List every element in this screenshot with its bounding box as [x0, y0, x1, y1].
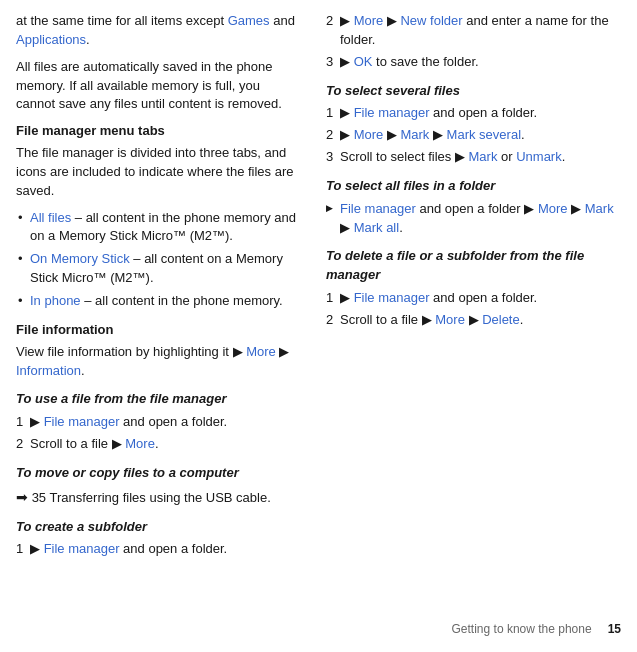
unmark-link: Unmark — [516, 149, 562, 164]
all-files-link: All files — [30, 210, 71, 225]
step-number: 2 — [326, 311, 336, 330]
step-number: 1 — [16, 413, 26, 432]
filemgr-tabs-heading: File manager menu tabs — [16, 122, 302, 141]
select-several-section: To select several files 1 ▶ File manager… — [326, 82, 621, 167]
delete-heading: To delete a file or a subfolder from the… — [326, 247, 621, 285]
use-step-2: 2 Scroll to a file ▶ More. — [16, 435, 302, 454]
mark-link-sel2: Mark — [400, 127, 429, 142]
mark-link-sall: Mark — [585, 201, 614, 216]
more-link-del2: More — [435, 312, 465, 327]
file-information-heading: File information — [16, 321, 302, 340]
new-folder-link: New folder — [400, 13, 462, 28]
select-several-step-1: 1 ▶ File manager and open a folder. — [326, 104, 621, 123]
mark-all-link: Mark all — [354, 220, 400, 235]
left-column: at the same time for all items except Ga… — [0, 12, 318, 640]
applications-link: Applications — [16, 32, 86, 47]
step-number: 2 — [326, 126, 336, 145]
select-several-step-3: 3 Scroll to select files ▶ Mark or Unmar… — [326, 148, 621, 167]
select-all-step: File manager and open a folder ▶ More ▶ … — [326, 200, 621, 238]
use-step-1: 1 ▶ File manager and open a folder. — [16, 413, 302, 432]
delete-step-1: 1 ▶ File manager and open a folder. — [326, 289, 621, 308]
create-subfolder-section: To create a subfolder 1 ▶ File manager a… — [16, 518, 302, 560]
filemgr-tabs-list: All files – all content in the phone mem… — [16, 209, 302, 311]
mark-several-link: Mark several — [447, 127, 521, 142]
ok-link: OK — [354, 54, 373, 69]
para-memory: All files are automatically saved in the… — [16, 58, 302, 115]
more-link-use: More — [125, 436, 155, 451]
more-link-create2: More — [354, 13, 384, 28]
select-all-heading: To select all files in a folder — [326, 177, 621, 196]
use-file-section: To use a file from the file manager 1 ▶ … — [16, 390, 302, 454]
in-phone-link: In phone — [30, 293, 81, 308]
games-link: Games — [228, 13, 270, 28]
on-memory-stick-link: On Memory Stick — [30, 251, 130, 266]
delete-section: To delete a file or a subfolder from the… — [326, 247, 621, 329]
select-all-section: To select all files in a folder File man… — [326, 177, 621, 238]
file-manager-link-use: File manager — [44, 414, 120, 429]
more-link-sall: More — [538, 201, 568, 216]
step-number: 2 — [326, 12, 336, 50]
move-copy-heading: To move or copy files to a computer — [16, 464, 302, 483]
step-number: 1 — [326, 104, 336, 123]
select-several-heading: To select several files — [326, 82, 621, 101]
move-copy-section: To move or copy files to a computer ➡ 35… — [16, 464, 302, 508]
step-number: 1 — [326, 289, 336, 308]
create-step-3: 3 ▶ OK to save the folder. — [326, 53, 621, 72]
step-number: 2 — [16, 435, 26, 454]
step-number: 3 — [326, 148, 336, 167]
use-file-heading: To use a file from the file manager — [16, 390, 302, 409]
list-item: On Memory Stick – all content on a Memor… — [16, 250, 302, 288]
create-step-1: 1 ▶ File manager and open a folder. — [16, 540, 302, 559]
footer-page: 15 — [608, 622, 621, 636]
more-link-sel2: More — [354, 127, 384, 142]
delete-link: Delete — [482, 312, 520, 327]
create-subfolder-heading: To create a subfolder — [16, 518, 302, 537]
mark-link-sel3: Mark — [469, 149, 498, 164]
move-copy-desc: ➡ 35 Transferring files using the USB ca… — [16, 487, 302, 508]
delete-step-2: 2 Scroll to a file ▶ More ▶ Delete. — [326, 311, 621, 330]
page-container: at the same time for all items except Ga… — [0, 0, 637, 652]
filemgr-tabs-desc: The file manager is divided into three t… — [16, 144, 302, 201]
information-link: Information — [16, 363, 81, 378]
step-number: 1 — [16, 540, 26, 559]
filemgr-tabs-section: File manager menu tabs The file manager … — [16, 122, 302, 311]
more-link-fileinfo: More — [246, 344, 276, 359]
create-step-2: 2 ▶ More ▶ New folder and enter a name f… — [326, 12, 621, 50]
para-intro: at the same time for all items except Ga… — [16, 12, 302, 50]
file-manager-link-sel1: File manager — [354, 105, 430, 120]
file-information-section: File information View file information b… — [16, 321, 302, 381]
file-manager-link-sall: File manager — [340, 201, 416, 216]
file-manager-link-del1: File manager — [354, 290, 430, 305]
select-several-step-2: 2 ▶ More ▶ Mark ▶ Mark several. — [326, 126, 621, 145]
file-manager-link-create: File manager — [44, 541, 120, 556]
create-steps-continued: 2 ▶ More ▶ New folder and enter a name f… — [326, 12, 621, 72]
footer-text: Getting to know the phone — [452, 622, 592, 636]
file-information-desc: View file information by highlighting it… — [16, 343, 302, 381]
step-number: 3 — [326, 53, 336, 72]
list-item: All files – all content in the phone mem… — [16, 209, 302, 247]
page-footer: Getting to know the phone 15 — [452, 622, 621, 636]
list-item: In phone – all content in the phone memo… — [16, 292, 302, 311]
right-column: 2 ▶ More ▶ New folder and enter a name f… — [318, 12, 637, 640]
